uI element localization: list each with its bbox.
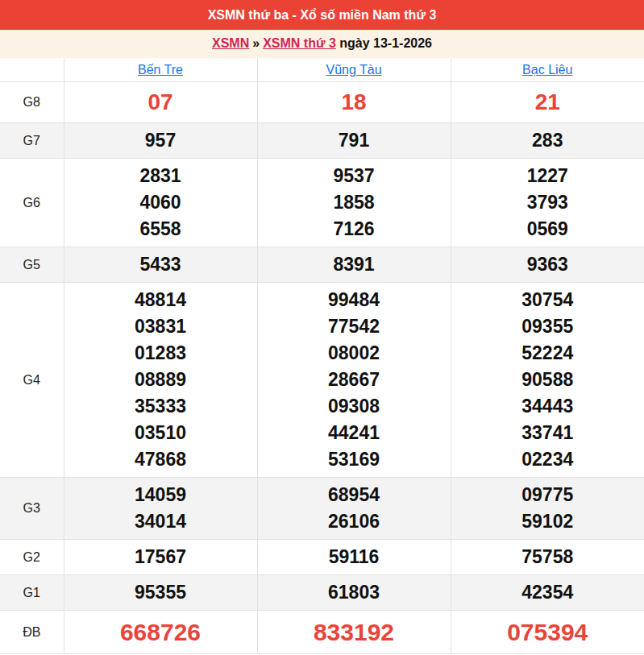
breadcrumb-date: ngày 13-1-2026	[339, 36, 432, 50]
result-number: 09775	[451, 482, 644, 508]
breadcrumb: XSMN»XSMN thứ 3 ngày 13-1-2026	[0, 30, 644, 58]
result-number: 0569	[451, 216, 644, 243]
page-title: XSMN thứ ba - Xổ số miền Nam thứ 3	[0, 0, 644, 30]
result-cell: 122737930569	[451, 159, 644, 247]
result-number: 33741	[451, 420, 644, 446]
province-header: Bến Tre	[64, 58, 257, 82]
result-number: 68954	[258, 482, 451, 508]
result-number: 95355	[64, 579, 257, 606]
province-header: Bạc Liêu	[451, 58, 644, 82]
prize-label: G5	[0, 247, 64, 283]
result-cell: 8391	[257, 247, 451, 283]
result-number: 07	[64, 86, 257, 118]
result-cell: 5433	[64, 247, 257, 283]
result-cell: 17567	[64, 540, 257, 575]
province-link-bac-lieu[interactable]: Bạc Liêu	[522, 63, 572, 77]
result-cell: 99484775420800228667093084424153169	[257, 283, 451, 478]
result-number: 47868	[64, 446, 257, 473]
prize-label: G2	[0, 540, 64, 575]
breadcrumb-link-xsmn-day[interactable]: XSMN thứ 3	[263, 36, 336, 50]
result-cell: 0977559102	[451, 478, 644, 540]
result-number: 1858	[258, 189, 451, 216]
prize-label: G1	[0, 575, 64, 611]
result-number: 08889	[64, 367, 257, 393]
result-cell: 30754093555222490588344433374102234	[451, 283, 644, 478]
result-number: 42354	[451, 579, 644, 606]
result-number: 99484	[258, 287, 451, 313]
prize-label: G6	[0, 159, 64, 247]
prize-row: ĐB668726833192075394	[0, 611, 644, 654]
result-number: 957	[64, 127, 257, 154]
result-number: 26106	[258, 508, 451, 535]
prize-label: G4	[0, 283, 64, 478]
result-cell: 791	[257, 123, 451, 159]
result-cell: 957	[64, 123, 257, 159]
prize-row: G2175675911675758	[0, 540, 644, 575]
result-number: 09355	[451, 313, 644, 340]
results-table: Bến Tre Vũng Tàu Bạc Liêu G8071821G79577…	[0, 58, 644, 654]
breadcrumb-separator: »	[249, 36, 263, 50]
result-cell: 95355	[64, 575, 257, 611]
prize-label: ĐB	[0, 611, 64, 654]
result-number: 53169	[258, 446, 451, 473]
result-number: 08002	[258, 340, 451, 367]
result-number: 59102	[451, 508, 644, 535]
result-number: 01283	[64, 340, 257, 367]
result-cell: 18	[257, 82, 451, 123]
prize-label: G7	[0, 123, 64, 159]
result-number: 09308	[258, 393, 451, 420]
result-number: 75758	[451, 544, 644, 570]
result-number: 7126	[258, 216, 451, 243]
result-cell: 07	[64, 82, 257, 123]
result-number: 02234	[451, 446, 644, 473]
result-cell: 21	[451, 82, 644, 123]
prize-row: G1953556180342354	[0, 575, 644, 611]
result-number: 21	[451, 86, 644, 118]
result-number: 283	[451, 127, 644, 154]
result-number: 791	[258, 127, 451, 154]
result-number: 77542	[258, 313, 451, 340]
result-number: 14059	[64, 482, 257, 508]
result-number: 03510	[64, 420, 257, 446]
result-number: 03831	[64, 313, 257, 340]
breadcrumb-link-xsmn[interactable]: XSMN	[212, 36, 249, 50]
result-number: 59116	[258, 544, 451, 570]
prize-row: G3140593401468954261060977559102	[0, 478, 644, 540]
result-number: 28667	[258, 367, 451, 393]
result-number: 48814	[64, 287, 257, 313]
result-number: 35333	[64, 393, 257, 420]
result-cell: 9363	[451, 247, 644, 283]
result-cell: 283	[451, 123, 644, 159]
province-header-row: Bến Tre Vũng Tàu Bạc Liêu	[0, 58, 644, 82]
result-number: 2831	[64, 163, 257, 189]
result-number: 34443	[451, 393, 644, 420]
result-cell: 953718587126	[257, 159, 451, 247]
prize-row: G7957791283	[0, 123, 644, 159]
result-number: 075394	[451, 615, 644, 649]
prize-label: G8	[0, 82, 64, 123]
prize-row: G8071821	[0, 82, 644, 123]
result-number: 61803	[258, 579, 451, 606]
result-number: 8391	[258, 251, 451, 278]
result-number: 34014	[64, 508, 257, 535]
prize-row: G5543383919363	[0, 247, 644, 283]
result-number: 833192	[258, 615, 451, 649]
result-cell: 833192	[257, 611, 451, 654]
prize-row: G448814038310128308889353330351047868994…	[0, 283, 644, 478]
result-number: 3793	[451, 189, 644, 216]
result-number: 6558	[64, 216, 257, 243]
result-cell: 75758	[451, 540, 644, 575]
result-number: 9363	[451, 251, 644, 278]
result-cell: 6895426106	[257, 478, 451, 540]
result-number: 44241	[258, 420, 451, 446]
province-link-vung-tau[interactable]: Vũng Tàu	[326, 63, 381, 77]
result-cell: 48814038310128308889353330351047868	[64, 283, 257, 478]
result-cell: 61803	[257, 575, 451, 611]
result-cell: 075394	[451, 611, 644, 654]
prize-label: G3	[0, 478, 64, 540]
province-link-ben-tre[interactable]: Bến Tre	[138, 63, 183, 77]
result-cell: 283140606558	[64, 159, 257, 247]
result-number: 90588	[451, 367, 644, 393]
result-number: 52224	[451, 340, 644, 367]
result-number: 5433	[64, 251, 257, 278]
